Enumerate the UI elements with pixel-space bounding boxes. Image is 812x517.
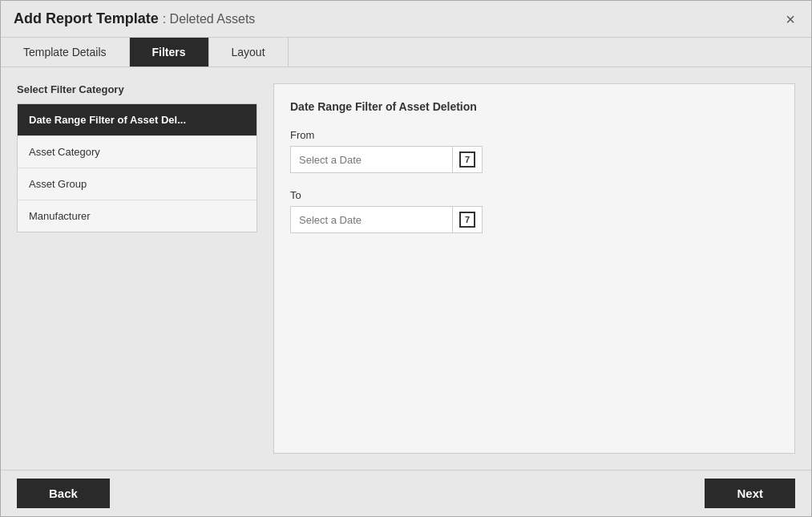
to-calendar-icon: 7 — [459, 212, 475, 228]
close-button[interactable]: × — [782, 11, 798, 27]
to-calendar-button[interactable]: 7 — [452, 207, 482, 232]
filter-list: Date Range Filter of Asset Del... Asset … — [17, 103, 257, 232]
dialog-title: Add Report Template : Deleted Assets — [14, 10, 255, 27]
dialog-title-text: Add Report Template : Deleted Assets — [14, 10, 255, 26]
tab-layout[interactable]: Layout — [209, 38, 289, 67]
dialog-header: Add Report Template : Deleted Assets × — [1, 1, 811, 38]
dialog: Add Report Template : Deleted Assets × T… — [0, 0, 812, 517]
filter-item-asset-category[interactable]: Asset Category — [18, 136, 257, 168]
right-panel-title: Date Range Filter of Asset Deletion — [290, 100, 778, 113]
to-label: To — [290, 189, 778, 201]
from-label: From — [290, 129, 778, 141]
tab-bar: Template Details Filters Layout — [1, 38, 811, 67]
footer: Back Next — [1, 470, 811, 516]
from-date-input-wrapper: 7 — [290, 146, 483, 173]
back-button[interactable]: Back — [17, 479, 110, 508]
from-calendar-icon: 7 — [459, 151, 475, 168]
right-panel: Date Range Filter of Asset Deletion From… — [273, 83, 795, 454]
from-calendar-button[interactable]: 7 — [452, 147, 482, 172]
to-date-input[interactable] — [291, 208, 452, 232]
from-field-group: From 7 — [290, 129, 778, 173]
filter-item-asset-group[interactable]: Asset Group — [18, 168, 257, 200]
filter-item-manufacturer[interactable]: Manufacturer — [18, 200, 257, 232]
dialog-main-title: Add Report Template — [14, 10, 159, 26]
tab-filters[interactable]: Filters — [130, 38, 209, 67]
tab-template-details[interactable]: Template Details — [1, 38, 130, 67]
content-area: Select Filter Category Date Range Filter… — [1, 67, 811, 470]
left-panel: Select Filter Category Date Range Filter… — [17, 83, 257, 454]
from-date-input[interactable] — [291, 147, 452, 172]
to-field-group: To 7 — [290, 189, 778, 233]
filter-item-date-range[interactable]: Date Range Filter of Asset Del... — [18, 104, 257, 136]
dialog-subtitle: : Deleted Assets — [163, 12, 256, 26]
filter-category-title: Select Filter Category — [17, 83, 257, 95]
next-button[interactable]: Next — [705, 479, 795, 508]
to-date-input-wrapper: 7 — [290, 206, 483, 233]
